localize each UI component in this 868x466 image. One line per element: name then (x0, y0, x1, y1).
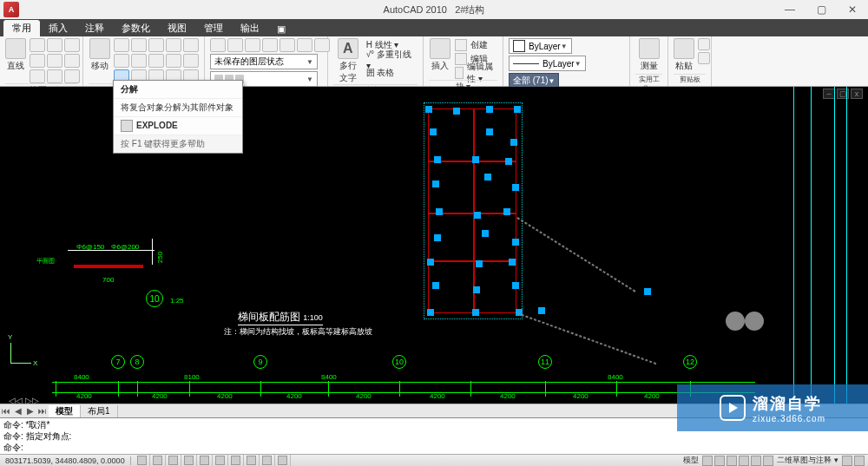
tab-nav-next-icon[interactable]: ▶ (24, 406, 36, 416)
axis-baseline (52, 382, 755, 383)
tab-output[interactable]: 输出 (232, 20, 268, 36)
table-button[interactable]: 囲 表格 (366, 66, 418, 80)
explode-tooltip: 分解 将复合对象分解为其部件对象 EXPLODE 按 F1 键获得更多帮助 (113, 80, 243, 154)
edit-attr-button[interactable]: 编辑属性 ▾ (455, 66, 497, 80)
close-button[interactable]: ✕ (837, 0, 868, 19)
axis-bubble-8: 8 (130, 355, 144, 369)
linetype-dropdown[interactable]: ByLayer▼ (509, 56, 586, 71)
panel-annotation: A 多行 文字 H 线性 ▾ √° 多重引线 ▾ 囲 表格 注释 ▾ (328, 36, 424, 86)
status-bar: 803171.5039, 34480.4809, 0.0000 模型 二维草图与… (0, 454, 868, 466)
snap-toggle[interactable] (135, 455, 150, 467)
color-dropdown[interactable]: ByLayer▼ (509, 38, 572, 54)
workspace-switch[interactable]: 二维草图与注释 ▾ (775, 455, 840, 466)
panel-layers: 未保存的图层状态▼ ▼ 图层 ▾ (205, 36, 328, 86)
paste-button[interactable]: 粘贴 (674, 38, 694, 72)
model-space-button[interactable]: 模型 (681, 455, 700, 466)
panel-draw: 直线 绘图 ▾ (0, 36, 83, 86)
insert-block-button[interactable]: 插入 (429, 38, 451, 72)
revision-cloud (726, 312, 764, 331)
vp-min-icon[interactable]: – (823, 89, 835, 99)
line-button[interactable]: 直线 (5, 38, 26, 72)
qp-toggle[interactable] (275, 455, 291, 467)
vp-close-icon[interactable]: x (851, 89, 863, 99)
ribbon-tabs: 常用 插入 注释 参数化 视图 管理 输出 ▣ (0, 19, 868, 36)
mtext-icon: A (338, 38, 358, 59)
measure-icon (639, 38, 660, 59)
axis-bubble-9: 9 (253, 355, 267, 369)
watermark: 溜溜自学 zixue.3d66.com (677, 384, 868, 431)
mtext-button[interactable]: A 多行 文字 (333, 38, 363, 84)
ducs-toggle[interactable] (228, 455, 244, 467)
play-icon (720, 395, 746, 421)
status-icon[interactable] (702, 456, 713, 466)
axis-bubble-10: 10 (392, 355, 406, 369)
tab-manage[interactable]: 管理 (195, 20, 232, 36)
tab-annotate[interactable]: 注释 (76, 20, 113, 36)
maximize-button[interactable]: ▢ (806, 0, 837, 19)
otrack-toggle[interactable] (213, 455, 228, 467)
coords-display[interactable]: 803171.5039, 34480.4809, 0.0000 (0, 456, 131, 465)
dyn-toggle[interactable] (244, 455, 260, 467)
app-menu-icon[interactable]: A (3, 2, 19, 17)
ortho-toggle[interactable] (166, 455, 181, 467)
model-tab[interactable]: 模型 (49, 405, 81, 417)
layout1-tab[interactable]: 布局1 (81, 405, 118, 417)
titlebar: A AutoCAD 2010 2#结构 — ▢ ✕ (0, 0, 868, 19)
line-icon (5, 38, 26, 59)
panel-block: 插入 创建 编辑 编辑属性 ▾ 块 ▾ (424, 36, 503, 86)
tab-nav-last-icon[interactable]: ⏭ (36, 406, 49, 416)
insert-block-icon (430, 38, 450, 59)
osnap-toggle[interactable] (197, 455, 213, 467)
move-button[interactable]: 移动 (89, 38, 110, 72)
grid-toggle[interactable] (150, 455, 166, 467)
annoscale-icon[interactable] (763, 456, 773, 466)
drawing-title: 梯间板配筋图 1:100 (238, 310, 323, 325)
drawing-subtitle: 注：梯间为结构找坡，板标高等建标高放坡 (224, 326, 372, 338)
panel-utilities: 测量 实用工具 ▾ (630, 36, 668, 86)
paste-icon (674, 38, 694, 59)
tab-parametric[interactable]: 参数化 (113, 20, 159, 36)
axis-bubble-12: 12 (683, 355, 697, 369)
move-icon (89, 38, 110, 59)
lwt-toggle[interactable] (260, 455, 275, 467)
measure-button[interactable]: 测量 (635, 38, 662, 72)
ucs-icon: X Y (10, 338, 36, 364)
polar-toggle[interactable] (181, 455, 197, 467)
tab-home[interactable]: 常用 (3, 20, 40, 36)
panel-properties: ByLayer▼ ByLayer▼ 全部 (71)▼ 特性 ▾ (503, 36, 630, 86)
panel-modify: 移动 修改 (83, 36, 205, 86)
explode-cmd-icon (121, 120, 133, 132)
panel-clipboard: 粘贴 剪贴板 (668, 36, 712, 86)
tab-view[interactable]: 视图 (159, 20, 195, 36)
mleader-button[interactable]: √° 多重引线 ▾ (366, 52, 418, 66)
window-title: AutoCAD 2010 2#结构 (384, 3, 485, 16)
share-icon[interactable]: ▣ (272, 22, 291, 36)
layer-state-dropdown[interactable]: 未保存的图层状态▼ (210, 54, 318, 69)
minimize-button[interactable]: — (774, 0, 806, 19)
axis-bubble-11: 11 (538, 355, 552, 369)
tab-nav-first-icon[interactable]: ⏮ (0, 406, 12, 416)
axis-bubble-7: 7 (111, 355, 125, 369)
tab-nav-prev-icon[interactable]: ◀ (12, 406, 24, 416)
detail-callout-circle: 10 (146, 290, 163, 307)
draw-tool-icon[interactable] (30, 38, 45, 52)
tab-insert[interactable]: 插入 (40, 20, 76, 36)
create-block-button[interactable]: 创建 (455, 38, 497, 52)
